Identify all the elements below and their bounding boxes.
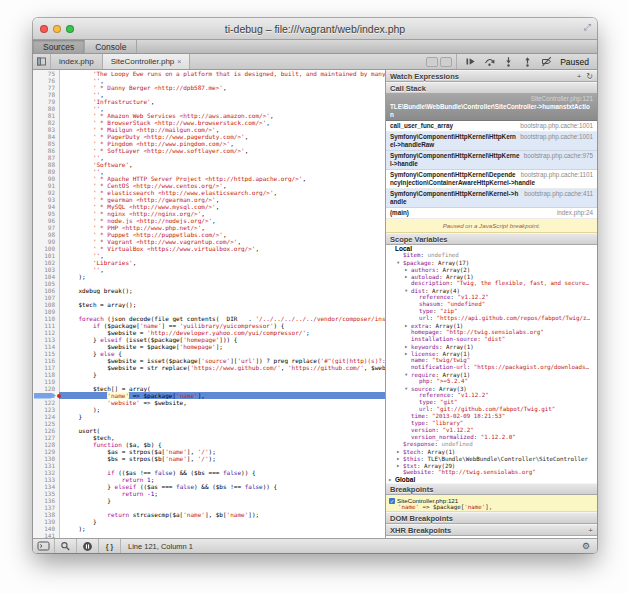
variable-row[interactable]: reference: "v1.12.2": [386, 294, 597, 301]
scope-variables-header[interactable]: Scope Variables: [386, 233, 597, 245]
variable-row[interactable]: ▼require: Array(1): [386, 371, 597, 378]
navigator-toggle-button[interactable]: [33, 54, 51, 69]
line-number[interactable]: 101: [33, 252, 59, 259]
variable-row[interactable]: name: "twig/twig": [386, 357, 597, 364]
variable-row[interactable]: ▶$tech: Array(1): [386, 448, 597, 455]
close-tab-icon[interactable]: ×: [177, 58, 181, 65]
line-number[interactable]: 115: [33, 350, 59, 357]
variable-row[interactable]: ▶keywords: Array(1): [386, 343, 597, 350]
toggle-breakpoints-button[interactable]: [541, 56, 552, 67]
line-number[interactable]: 123: [33, 406, 59, 413]
fullscreen-icon[interactable]: ⤢: [584, 22, 591, 33]
variable-row[interactable]: version_normalized: "1.12.2.0": [386, 434, 597, 441]
variable-row[interactable]: type: "library": [386, 420, 597, 427]
line-number[interactable]: 140: [33, 525, 59, 532]
line-number[interactable]: 78: [33, 91, 59, 98]
call-stack-frame[interactable]: SiteController.php:121TLE\Bundle\WebBund…: [386, 94, 597, 121]
line-number[interactable]: 137: [33, 504, 59, 511]
dom-breakpoints-header[interactable]: DOM Breakpoints: [386, 512, 597, 524]
scope-section-row[interactable]: ▶Global: [386, 476, 597, 483]
line-number[interactable]: 141: [33, 532, 59, 538]
line-number[interactable]: 87: [33, 154, 59, 161]
line-number[interactable]: 114: [33, 343, 59, 350]
line-number[interactable]: 126: [33, 427, 59, 434]
line-number[interactable]: 109: [33, 308, 59, 315]
line-number[interactable]: 129: [33, 448, 59, 455]
breakpoint-entry[interactable]: ✓SiteController.php:121'name' => $packag…: [386, 495, 597, 512]
line-number[interactable]: 130: [33, 455, 59, 462]
line-number[interactable]: 91: [33, 182, 59, 189]
line-number[interactable]: 118: [33, 371, 59, 378]
line-number[interactable]: 100: [33, 245, 59, 252]
close-window-button[interactable]: [40, 25, 48, 33]
variable-row[interactable]: url: "git://github.com/fabpot/Twig.git": [386, 406, 597, 413]
file-tab-index[interactable]: index.php: [51, 54, 103, 69]
code-editor[interactable]: 75 'The Loopy Ewe runs on a platform tha…: [33, 70, 385, 538]
line-number[interactable]: 99: [33, 238, 59, 245]
line-number[interactable]: 138: [33, 511, 59, 518]
line-number[interactable]: 90: [33, 175, 59, 182]
line-number[interactable]: 88: [33, 161, 59, 168]
call-stack-frame[interactable]: bootstrap.php.cache:411Symfony\Component…: [386, 189, 597, 208]
variable-row[interactable]: type: "git": [386, 399, 597, 406]
minimize-window-button[interactable]: [53, 25, 61, 33]
line-number[interactable]: 117: [33, 364, 59, 371]
call-stack-frame[interactable]: bootstrap.php.cache:975Symfony\Component…: [386, 151, 597, 170]
variable-row[interactable]: type: "zip": [386, 308, 597, 315]
refresh-watch-icon[interactable]: ↻: [586, 71, 593, 82]
line-number[interactable]: 128: [33, 441, 59, 448]
line-number[interactable]: 104: [33, 273, 59, 280]
step-into-button[interactable]: [503, 56, 514, 67]
variable-row[interactable]: time: "2013-02-09 18:21:53": [386, 413, 597, 420]
line-number[interactable]: 122: [33, 399, 59, 406]
line-number[interactable]: 139: [33, 518, 59, 525]
breakpoints-header[interactable]: Breakpoints: [386, 483, 597, 495]
line-number[interactable]: 124: [33, 413, 59, 420]
line-number[interactable]: 85: [33, 140, 59, 147]
variable-row[interactable]: php: ">=5.2.4": [386, 378, 597, 385]
variable-row[interactable]: ▶$txt: Array(29): [386, 462, 597, 469]
call-stack-frame[interactable]: bootstrap.php.cache:1101Symfony\Componen…: [386, 170, 597, 189]
line-number[interactable]: 107: [33, 294, 59, 301]
line-number[interactable]: 94: [33, 203, 59, 210]
variable-row[interactable]: ▼source: Array(3): [386, 385, 597, 392]
line-number[interactable]: 127: [33, 434, 59, 441]
line-number[interactable]: 92: [33, 189, 59, 196]
line-number[interactable]: 98: [33, 231, 59, 238]
tab-console[interactable]: Console: [85, 40, 137, 53]
line-number[interactable]: 102: [33, 259, 59, 266]
variable-row[interactable]: ▶extra: Array(1): [386, 322, 597, 329]
variable-row[interactable]: ▶autoload: Array(1): [386, 273, 597, 280]
variable-row[interactable]: homepage: "http://twig.sensiolabs.org": [386, 329, 597, 336]
line-number[interactable]: 136: [33, 497, 59, 504]
line-number[interactable]: 120: [33, 385, 59, 392]
variable-row[interactable]: shasum: "undefined": [386, 301, 597, 308]
line-number[interactable]: 133: [33, 476, 59, 483]
title-bar[interactable]: ti-debug – file:///vagrant/web/index.php…: [33, 18, 597, 40]
line-number[interactable]: 81: [33, 112, 59, 119]
zoom-window-button[interactable]: [66, 25, 74, 33]
watch-expressions-header[interactable]: Watch Expressions + ↻: [386, 70, 597, 82]
line-number[interactable]: 135: [33, 490, 59, 497]
variable-row[interactable]: $website: "http://twig.sensiolabs.org": [386, 469, 597, 476]
variable-row[interactable]: ▶$this: TLE\Bundle\WebBundle\Controller\…: [386, 455, 597, 462]
line-number[interactable]: 112: [33, 329, 59, 336]
line-number[interactable]: 111: [33, 322, 59, 329]
add-watch-icon[interactable]: +: [577, 71, 582, 82]
forward-panel-button[interactable]: [440, 57, 452, 67]
back-panel-button[interactable]: [426, 57, 438, 67]
line-number[interactable]: 106: [33, 287, 59, 294]
variable-row[interactable]: ▶license: Array(1): [386, 350, 597, 357]
line-number[interactable]: 80: [33, 105, 59, 112]
line-number[interactable]: 96: [33, 217, 59, 224]
xhr-breakpoints-header[interactable]: XHR Breakpoints +: [386, 524, 597, 536]
line-number[interactable]: 76: [33, 77, 59, 84]
variable-row[interactable]: url: "https://api.github.com/repos/fabpo…: [386, 315, 597, 322]
line-number[interactable]: 89: [33, 168, 59, 175]
line-number[interactable]: 121: [33, 392, 59, 399]
variable-row[interactable]: description: "Twig, the flexible, fast, …: [386, 280, 597, 287]
variable-row[interactable]: notification-url: "https://packagist.org…: [386, 364, 597, 371]
variable-row[interactable]: version: "v1.12.2": [386, 427, 597, 434]
line-number[interactable]: 108: [33, 301, 59, 308]
call-stack-header[interactable]: Call Stack: [386, 82, 597, 94]
